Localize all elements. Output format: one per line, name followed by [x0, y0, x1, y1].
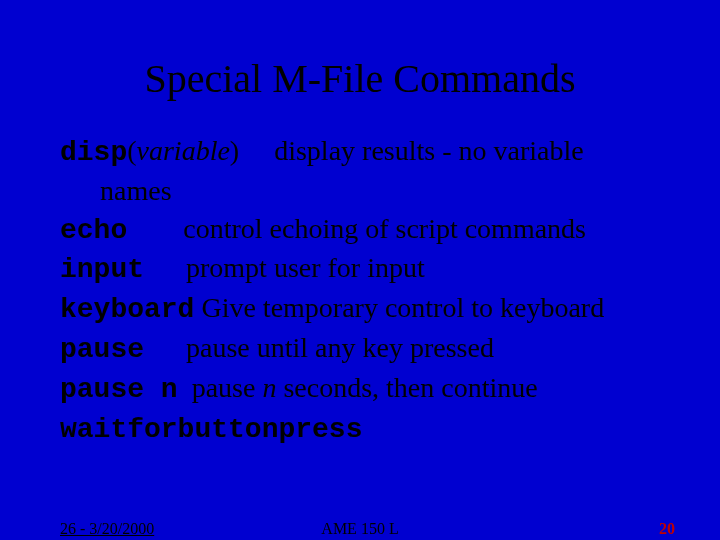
cmd-pausen-line: pause n pause n seconds, then continue — [60, 369, 680, 409]
cmd-pausen-desc-b: seconds, then continue — [276, 372, 537, 403]
cmd-keyboard-line: keyboard Give temporary control to keybo… — [60, 289, 680, 329]
footer-page-number: 20 — [659, 520, 675, 538]
cmd-wait: waitforbuttonpress — [60, 414, 362, 445]
footer-course: AME 150 L — [0, 520, 720, 538]
slide: Special M-File Commands disp(variable) d… — [0, 0, 720, 540]
cmd-echo: echo — [60, 215, 127, 246]
cmd-disp-line2: names — [60, 172, 680, 210]
cmd-pause-line: pause pause until any key pressed — [60, 329, 680, 369]
cmd-pause-desc: pause until any key pressed — [186, 332, 494, 363]
cmd-pausen-desc-a: pause — [192, 372, 263, 403]
cmd-keyboard-desc: Give temporary control to keyboard — [201, 292, 604, 323]
cmd-pausen: pause n — [60, 374, 178, 405]
slide-body: disp(variable) display results - no vari… — [0, 132, 720, 448]
cmd-keyboard: keyboard — [60, 294, 194, 325]
cmd-wait-line: waitforbuttonpress — [60, 409, 680, 449]
cmd-echo-desc: control echoing of script commands — [183, 213, 586, 244]
cmd-disp-arg: variable — [137, 135, 230, 166]
cmd-pause: pause — [60, 334, 144, 365]
cmd-pausen-desc-n: n — [262, 372, 276, 403]
paren-close: ) — [230, 135, 239, 166]
cmd-disp-line1: disp(variable) display results - no vari… — [60, 132, 680, 172]
cmd-disp-desc1: display results - no variable — [274, 135, 583, 166]
slide-title: Special M-File Commands — [0, 0, 720, 132]
cmd-input-desc: prompt user for input — [186, 252, 425, 283]
cmd-input-line: input prompt user for input — [60, 249, 680, 289]
cmd-input: input — [60, 254, 144, 285]
paren-open: ( — [127, 135, 136, 166]
cmd-echo-line: echo control echoing of script commands — [60, 210, 680, 250]
cmd-disp: disp — [60, 137, 127, 168]
